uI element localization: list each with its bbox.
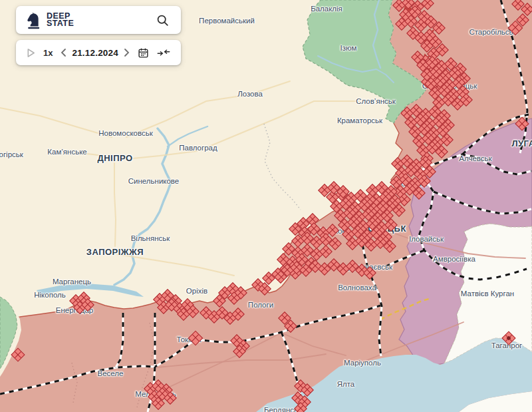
unit-marker[interactable] [319,245,332,258]
unit-marker[interactable] [501,331,515,345]
prev-day-button[interactable] [58,45,69,60]
date-display[interactable]: 21.12.2024 [72,48,118,58]
map-canvas[interactable]: БалакліяПервомайськийІзюмЛозоваСлов’янсь… [0,0,532,412]
collapse-arrows-icon [157,48,170,57]
speed-button[interactable]: 1x [41,45,55,61]
calendar-icon [138,47,149,59]
play-icon [27,48,35,58]
collapse-panel-button[interactable] [154,45,173,60]
next-day-button[interactable] [121,45,132,60]
unit-marker[interactable] [11,347,25,361]
play-button[interactable] [24,45,38,61]
unit-marker[interactable] [421,0,434,10]
brand-name: DEEP STATE [47,13,74,28]
chevron-left-icon [61,48,66,57]
unit-marker[interactable] [515,116,529,130]
timeline-card: 1x 21.12.2024 [16,40,181,65]
unit-marker[interactable] [188,331,203,346]
speed-label: 1x [43,48,53,58]
chevron-right-icon [124,48,130,57]
search-button[interactable] [154,11,172,29]
search-icon [156,14,169,27]
knight-logo-icon [25,11,41,29]
brand-card: DEEP STATE [16,6,181,34]
calendar-button[interactable] [135,45,152,61]
